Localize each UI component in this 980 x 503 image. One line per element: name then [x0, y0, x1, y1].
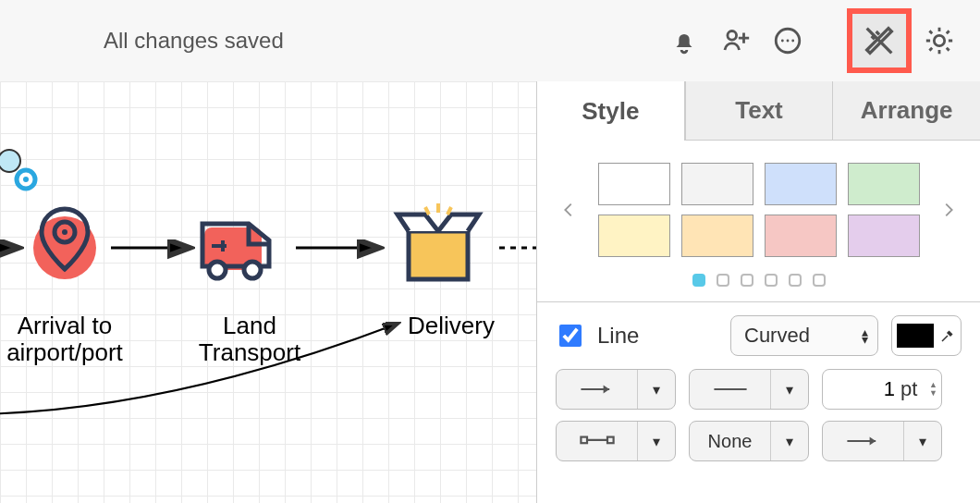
notifications-icon[interactable] [664, 20, 704, 61]
arrow-end-start-button[interactable]: ▾ [556, 369, 676, 410]
svg-point-0 [728, 31, 737, 41]
line-style-value: Curved [744, 324, 810, 348]
save-status: All changes saved [104, 28, 284, 54]
arrow-end-end-button[interactable]: ▾ [822, 421, 942, 461]
svg-point-3 [787, 40, 790, 43]
node-label: LandTransport [176, 313, 324, 365]
chevron-down-icon: ▾ [904, 422, 941, 460]
svg-rect-24 [607, 437, 614, 444]
node-land-transport[interactable]: LandTransport [176, 301, 324, 365]
svg-point-5 [934, 35, 944, 45]
swatch[interactable] [765, 163, 837, 205]
diagram-canvas[interactable]: Arrival toairport/port LandTransport Del… [0, 81, 536, 503]
svg-point-8 [23, 177, 29, 182]
swatch[interactable] [848, 163, 920, 205]
swatch[interactable] [598, 215, 670, 257]
chevron-down-icon: ▾ [638, 422, 675, 460]
pager-dot[interactable] [717, 274, 729, 287]
top-toolbar: All changes saved [0, 0, 980, 81]
pager-dot[interactable] [789, 274, 802, 287]
tab-text[interactable]: Text [685, 81, 834, 141]
waypoint-select[interactable]: None ▾ [689, 421, 809, 461]
svg-point-6 [0, 150, 20, 172]
swatch-next-icon[interactable] [934, 195, 963, 225]
line-color-button[interactable] [891, 315, 962, 356]
line-width-unit: pt [897, 377, 921, 401]
tab-style[interactable]: Style [537, 81, 685, 141]
svg-point-16 [244, 262, 261, 278]
waypoint-value: None [690, 422, 771, 460]
line-width-stepper[interactable]: pt ▲▼ [822, 369, 942, 410]
line-dash-button[interactable]: ▾ [689, 369, 809, 410]
svg-point-2 [781, 40, 784, 43]
svg-point-11 [62, 229, 67, 235]
chevron-down-icon: ▾ [771, 370, 808, 409]
chevrons-updown-icon: ▴▾ [862, 328, 868, 343]
panel-tabs: Style Text Arrange [537, 81, 980, 141]
format-panel: Style Text Arrange [536, 81, 980, 503]
chevron-down-icon: ▾ [771, 422, 808, 460]
swatch[interactable] [848, 215, 920, 257]
pager-dot[interactable] [741, 274, 753, 287]
node-label: Delivery [386, 313, 516, 339]
swatch[interactable] [681, 215, 753, 257]
share-icon[interactable] [716, 20, 756, 61]
tab-arrange[interactable]: Arrange [833, 81, 980, 141]
swatch-prev-icon[interactable] [554, 195, 583, 225]
color-swatch-grid [583, 163, 934, 257]
node-arrival[interactable]: Arrival toairport/port [0, 301, 139, 365]
pager-dot[interactable] [692, 274, 705, 287]
theme-icon[interactable] [919, 20, 960, 61]
design-tools-button[interactable] [847, 8, 912, 73]
pager-dot[interactable] [765, 274, 778, 287]
eyedropper-icon [939, 327, 956, 344]
more-icon[interactable] [767, 20, 808, 61]
node-delivery[interactable]: Delivery [386, 301, 516, 339]
line-checkbox[interactable] [559, 325, 582, 347]
chevron-down-icon: ▾ [638, 370, 675, 409]
swatch-pager [537, 264, 980, 301]
line-style-select[interactable]: Curved ▴▾ [730, 315, 878, 356]
svg-point-15 [209, 262, 226, 278]
stepper-arrows-icon[interactable]: ▲▼ [929, 381, 941, 398]
line-width-input[interactable] [823, 376, 897, 402]
swatch[interactable] [681, 163, 753, 205]
swatch[interactable] [765, 215, 837, 257]
connection-style-button[interactable]: ▾ [556, 421, 676, 461]
svg-rect-22 [581, 437, 587, 444]
svg-rect-18 [410, 233, 466, 279]
svg-point-4 [791, 40, 794, 43]
pager-dot[interactable] [813, 274, 826, 287]
node-label: Arrival toairport/port [0, 313, 139, 365]
swatch[interactable] [598, 163, 670, 205]
line-color-preview [897, 324, 934, 348]
line-label: Line [597, 323, 717, 349]
